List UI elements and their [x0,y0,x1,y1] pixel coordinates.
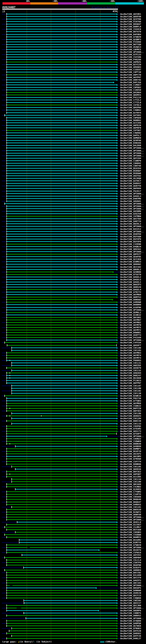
hit-bar[interactable] [7,236,117,237]
hit-label[interactable]: UniRef100_Q6PBF0 [120,127,141,129]
hit-label[interactable]: UniRef100_Q2I3E8 [120,258,141,260]
hit-bar[interactable] [7,400,117,401]
hit-label[interactable]: UniRef100_B6RB82 [120,119,141,122]
hit-label[interactable]: UniRef100_C7TZL0 [120,102,141,104]
hit-bar[interactable] [15,469,117,470]
hit-label[interactable]: UniRef100_B6QG47 [120,501,141,503]
hit-label[interactable]: UniRef100_A6YM74 [120,354,141,356]
hit-bar[interactable] [7,94,117,95]
hit-bar[interactable] [7,198,117,199]
hit-label[interactable]: UniRef100_UPI000.. [120,309,144,311]
hit-label[interactable]: UniRef100_UPI000.. [120,225,144,228]
hit-bar[interactable] [7,221,117,222]
hit-bar[interactable] [24,613,117,614]
hit-label[interactable]: UniRef100_UPI000.. [120,152,144,154]
hit-bar[interactable] [7,588,96,588]
hit-label[interactable]: UniRef100_Q4GXL3 [120,195,141,198]
hit-bar[interactable] [7,82,113,83]
hit-bar[interactable] [7,234,117,234]
hit-bar[interactable] [7,302,117,302]
hit-label[interactable]: UniRef100_A5K9J0 [120,592,141,594]
hit-label[interactable]: UniRef100_B2YHY4 [120,112,141,114]
hit-bar[interactable] [12,362,117,363]
hit-bar[interactable] [7,29,117,30]
hit-label[interactable]: UniRef100_B6TGT0 [120,30,141,33]
hit-bar[interactable] [7,314,117,315]
hit-bar[interactable] [7,14,117,14]
hit-bar[interactable] [7,289,117,290]
hit-bar[interactable] [7,186,117,186]
hit-bar[interactable] [7,448,117,449]
hit-bar[interactable] [4,527,117,528]
hit-bar[interactable] [4,557,117,558]
hit-bar[interactable] [7,514,117,515]
hit-label[interactable]: UniRef100_C6TMR0 [120,215,141,218]
hit-bar[interactable] [7,153,117,154]
hit-label[interactable]: UniRef100_A6YPH7 [120,76,141,78]
hit-bar[interactable] [4,203,117,204]
hit-bar[interactable] [7,272,113,272]
hit-label[interactable]: UniRef100_B3RM23 [120,261,141,263]
hit-label[interactable]: UniRef100_Q95PN4 [120,106,141,109]
hit-bar[interactable] [7,90,117,90]
hit-bar[interactable] [7,46,117,47]
hit-label[interactable]: UniRef100_Q7RVQ9 [120,458,141,460]
hit-bar[interactable] [7,294,117,295]
hit-bar[interactable] [7,322,117,323]
hit-label[interactable]: UniRef100_C1BKP9 [120,160,141,162]
hit-label[interactable]: UniRef100_UPI000.. [120,250,144,253]
hit-bar[interactable] [7,176,117,176]
hit-label[interactable]: UniRef100_UPI000.. [120,230,144,233]
hit-bar[interactable] [7,317,117,318]
hit-label[interactable]: UniRef100_A5AW13 [120,46,141,48]
hit-bar[interactable] [7,592,117,593]
hit-bar[interactable] [7,84,117,85]
hit-bar[interactable] [12,348,117,348]
hit-bar[interactable] [7,208,117,209]
hit-bar[interactable] [7,213,117,214]
hit-bar[interactable] [7,454,117,454]
hit-label[interactable]: UniRef100_A6S173 [120,430,141,432]
hit-label[interactable]: UniRef100_Q6F483 [120,410,141,412]
hit-label[interactable]: UniRef100_A6YM72 [120,329,141,331]
hit-label[interactable]: UniRef100_B6TIQ9 [120,44,141,46]
hit-label[interactable]: UniRef100_Q5K8Z3 [120,415,141,417]
hit-label[interactable]: UniRef100_A0FDJ6 [120,124,141,126]
hit-label[interactable]: UniRef100_C5DWK9 [120,440,141,442]
hit-label[interactable]: UniRef100_UPI000.. [120,150,144,152]
hit-label[interactable]: UniRef100_C8CLR1 [120,506,141,508]
hit-label[interactable]: UniRef100_B6KI39 [120,420,141,422]
hit-label[interactable]: UniRef100_A0D0E8 [120,569,141,571]
hit-bar[interactable] [12,418,117,419]
hit-bar[interactable] [7,340,117,340]
hit-bar[interactable] [4,115,117,116]
hit-label[interactable]: UniRef100_C6T5K7 [120,129,141,132]
hit-bar[interactable] [7,80,117,80]
hit-bar[interactable] [7,130,117,131]
hit-bar[interactable] [7,44,117,45]
hit-bar[interactable] [7,206,117,206]
hit-label[interactable]: UniRef100_A1C9X7 [120,524,141,526]
hit-label[interactable]: UniRef100_B2AWT2 [120,511,141,513]
hit-bar[interactable] [12,636,117,636]
hit-bar[interactable] [7,102,117,103]
hit-label[interactable]: UniRef100_C0H8H2 [120,162,141,164]
hit-label[interactable]: UniRef100_A0D4W4 [120,556,141,559]
hit-bar[interactable] [7,150,117,151]
hit-label[interactable]: UniRef100_C1GPI5 [120,493,141,496]
hit-bar[interactable] [7,484,117,484]
hit-label[interactable]: UniRef100_A4HL27 [120,637,141,640]
hit-label[interactable]: UniRef100_A7KCY3 [120,291,141,293]
hit-label[interactable]: UniRef100_C5Z1D6 [120,56,141,58]
hit-label[interactable]: UniRef100_C5FW18 [120,552,141,554]
hit-bar[interactable] [7,128,117,128]
hit-bar[interactable] [7,110,117,110]
hit-label[interactable]: UniRef100_B8NRH6 [120,463,141,465]
hit-bar[interactable] [7,196,117,196]
hit-bar[interactable] [7,140,117,141]
hit-label[interactable]: UniRef100_A8X079 [120,367,141,369]
hit-label[interactable]: UniRef100_B3L699 [120,574,141,576]
hit-bar[interactable] [12,423,117,424]
hit-bar[interactable] [7,562,117,563]
hit-bar[interactable] [7,292,117,292]
